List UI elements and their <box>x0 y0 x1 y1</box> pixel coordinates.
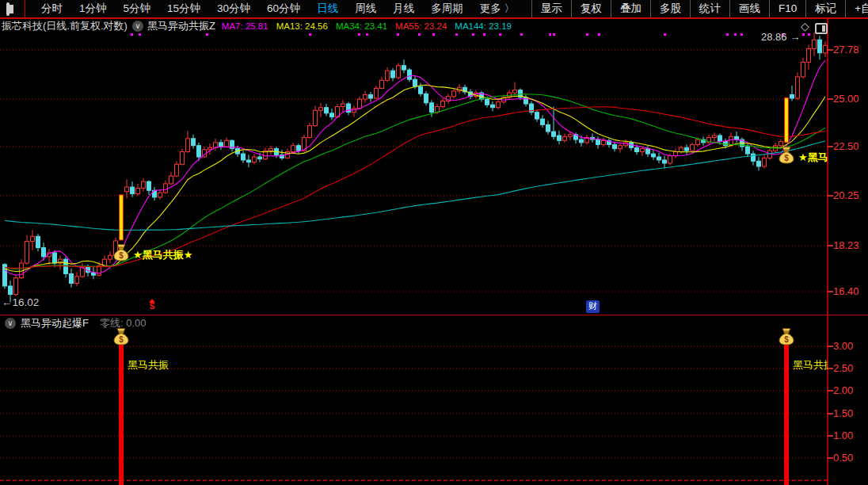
ma-value-label: MA13: 24.56 <box>276 21 328 31</box>
toolbar-button[interactable]: +自选 <box>845 0 868 17</box>
toolbar-button[interactable]: 叠加 <box>611 0 650 17</box>
trading-app-window: 分时1分钟5分钟15分钟30分钟60分钟日线周线月线多周期更多 〉 显示复权叠加… <box>0 0 868 485</box>
axis-tick-label: 22.50 <box>833 140 859 152</box>
axis-tick-label: 18.23 <box>833 239 859 251</box>
axis-tick-label: 1.50 <box>833 407 853 419</box>
main-indicator-name: 黑马异动共振Z <box>147 19 215 33</box>
ma-value-label: MA34: 23.41 <box>336 21 387 31</box>
toolbar-button[interactable]: 显示 <box>531 0 571 17</box>
zero-line-label: 零线: 0.00 <box>100 316 147 330</box>
period-tab[interactable]: 1分钟 <box>79 2 107 16</box>
period-menu: 分时1分钟5分钟15分钟30分钟60分钟日线周线月线多周期更多 〉 <box>41 2 531 16</box>
toolbar-button[interactable]: 标记 <box>805 0 845 17</box>
toolbar-button[interactable]: 多股 <box>650 0 690 17</box>
top-menu-bar: 分时1分钟5分钟15分钟30分钟60分钟日线周线月线多周期更多 〉 显示复权叠加… <box>0 0 868 19</box>
split-window-icon[interactable] <box>6 2 10 16</box>
axis-tick-label: 16.40 <box>833 285 859 297</box>
toolbar-button[interactable]: 统计 <box>690 0 729 17</box>
period-tab[interactable]: 月线 <box>393 2 414 16</box>
chevron-down-circle-icon[interactable]: ∨ <box>5 318 16 329</box>
axis-tick-label: 20.25 <box>833 189 859 201</box>
toolbar-button[interactable]: 画线 <box>729 0 769 17</box>
main-chart-header: 振芯科技(日线.前复权.对数) ∨ 黑马异动共振Z MA7: 25.81MA13… <box>0 17 828 35</box>
ma-value-label: MA55: 23.24 <box>395 21 447 31</box>
axis-tick-label: 1.00 <box>833 430 853 441</box>
chart-canvas <box>0 0 868 485</box>
period-tab[interactable]: 30分钟 <box>217 2 250 16</box>
toolbar-button[interactable]: 复权 <box>571 0 611 17</box>
axis-tick-label: 25.00 <box>833 93 859 105</box>
period-tab[interactable]: 分时 <box>41 2 63 16</box>
axis-tick-label: 27.78 <box>833 44 859 55</box>
ma-value-label: MA144: 23.19 <box>455 21 512 31</box>
axis-tick-label: 2.50 <box>833 362 853 374</box>
chevron-down-circle-icon[interactable]: ∨ <box>132 21 143 32</box>
period-tab[interactable]: 日线 <box>317 2 338 16</box>
period-tab[interactable]: 5分钟 <box>124 2 151 16</box>
sub-panel-header: ∨ 黑马异动起爆F 零线: 0.00 <box>0 316 828 330</box>
ma-value-label: MA7: 25.81 <box>222 21 268 31</box>
ma-values-row: MA7: 25.81MA13: 24.56MA34: 23.41MA55: 23… <box>222 21 512 31</box>
period-tab[interactable]: 15分钟 <box>167 2 200 16</box>
period-tab[interactable]: 更多 〉 <box>480 2 515 16</box>
tools-menu: 显示复权叠加多股统计画线F10标记+自选返回 <box>531 0 868 17</box>
stock-title: 振芯科技(日线.前复权.对数) <box>2 19 128 33</box>
period-tab[interactable]: 周线 <box>355 2 376 16</box>
sub-indicator-name: 黑马异动起爆F <box>21 316 89 330</box>
axis-tick-label: 3.00 <box>833 340 853 352</box>
menu-divider <box>25 0 25 17</box>
period-tab[interactable]: 多周期 <box>431 2 463 16</box>
period-tab[interactable]: 60分钟 <box>267 2 300 16</box>
toolbar-button[interactable]: F10 <box>769 0 805 17</box>
axis-tick-label: 2.00 <box>833 384 853 396</box>
axis-tick-label: 0.50 <box>833 452 853 464</box>
